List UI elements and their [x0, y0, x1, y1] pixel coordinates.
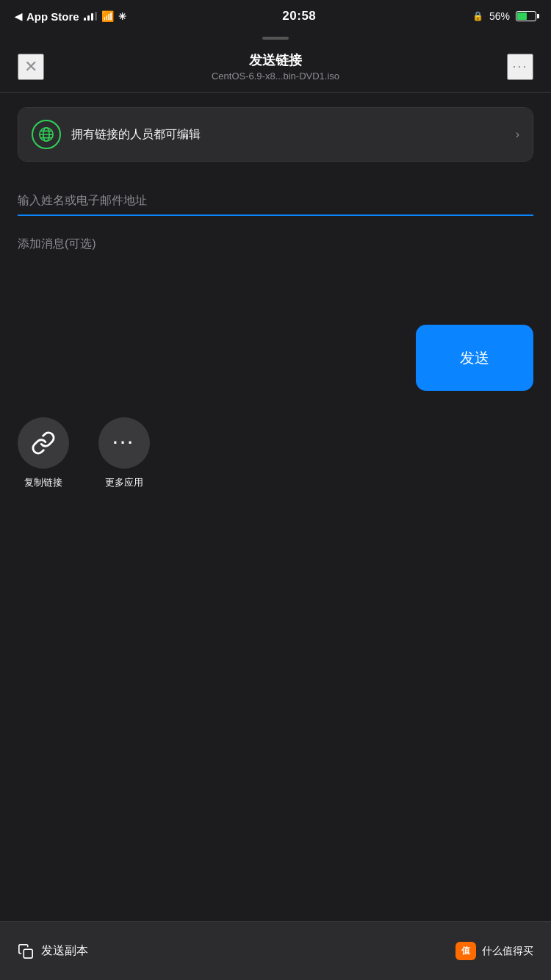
- globe-icon: [32, 120, 61, 149]
- share-actions: 复制链接 ··· 更多应用: [0, 406, 551, 497]
- message-section: [0, 216, 551, 310]
- more-button[interactable]: ···: [507, 54, 533, 80]
- copy-link-icon: [18, 417, 69, 469]
- signal-icon: [84, 12, 97, 21]
- permission-label: 拥有链接的人员都可编辑: [71, 127, 510, 143]
- name-input-section: [0, 176, 551, 216]
- battery-percent: 56%: [489, 10, 510, 22]
- name-input[interactable]: [18, 191, 533, 216]
- permission-row[interactable]: 拥有链接的人员都可编辑 ›: [18, 108, 533, 161]
- brightness-icon: ✳: [118, 11, 126, 22]
- send-copy-button[interactable]: 发送副本: [18, 943, 88, 959]
- status-bar: ◀ App Store 📶 ✳ 20:58 🔒 56%: [0, 0, 551, 32]
- message-input[interactable]: [18, 234, 533, 307]
- title-divider: [0, 92, 551, 93]
- svg-rect-5: [24, 949, 32, 958]
- close-button[interactable]: ✕: [18, 54, 44, 80]
- status-right: 🔒 56%: [472, 10, 536, 22]
- page-title: 发送链接: [44, 51, 507, 69]
- more-apps-label: 更多应用: [105, 476, 143, 489]
- brand-section: 值 什么值得买: [455, 942, 533, 960]
- carrier-name: App Store: [26, 10, 79, 23]
- title-bar: ✕ 发送链接 CentOS-6.9-x8...bin-DVD1.iso ···: [0, 44, 551, 92]
- copy-link-label: 复制链接: [24, 476, 62, 489]
- send-button[interactable]: 发送: [416, 325, 533, 391]
- wifi-icon: 📶: [101, 10, 114, 22]
- status-carrier: ◀ App Store 📶 ✳: [15, 10, 126, 23]
- file-subtitle: CentOS-6.9-x8...bin-DVD1.iso: [44, 71, 507, 82]
- location-icon: 🔒: [472, 11, 483, 21]
- status-time: 20:58: [282, 9, 316, 24]
- brand-text: 什么值得买: [482, 945, 533, 958]
- title-group: 发送链接 CentOS-6.9-x8...bin-DVD1.iso: [44, 51, 507, 82]
- battery-icon: [516, 11, 536, 21]
- copy-link-action[interactable]: 复制链接: [18, 417, 69, 489]
- brand-badge: 值: [455, 942, 476, 960]
- carrier-arrow: ◀: [15, 11, 22, 22]
- bottom-bar: 发送副本 值 什么值得买: [0, 921, 551, 980]
- send-copy-label: 发送副本: [41, 943, 88, 959]
- permission-section: 拥有链接的人员都可编辑 ›: [18, 107, 533, 162]
- drag-handle: [262, 37, 289, 40]
- chevron-right-icon: ›: [516, 128, 519, 141]
- more-apps-icon: ···: [98, 417, 150, 469]
- send-button-container: 发送: [0, 310, 551, 406]
- more-apps-action[interactable]: ··· 更多应用: [98, 417, 150, 489]
- send-copy-icon: [18, 943, 34, 959]
